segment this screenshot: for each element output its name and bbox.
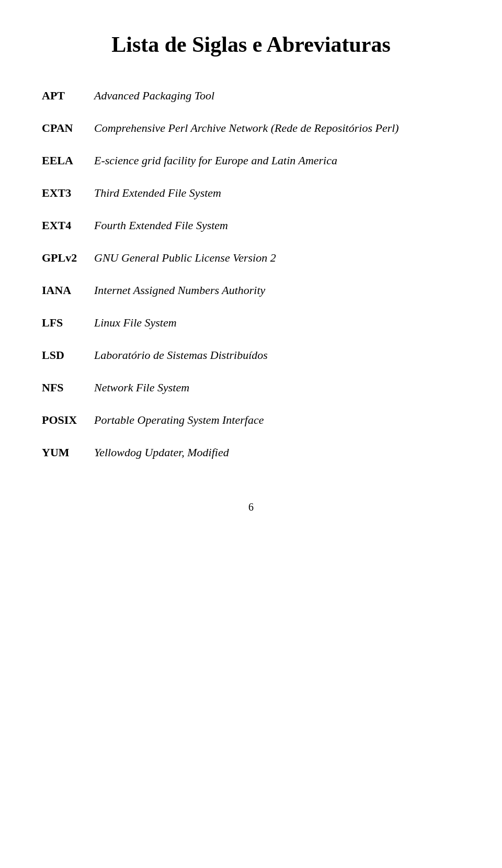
acronym-abbreviation: LFS [42,316,94,330]
list-item: GPLv2GNU General Public License Version … [42,251,460,265]
acronym-abbreviation: EXT4 [42,219,94,232]
acronym-abbreviation: POSIX [42,413,94,427]
acronym-abbreviation: LSD [42,348,94,362]
list-item: APTAdvanced Packaging Tool [42,89,460,103]
acronym-description: Portable Operating System Interface [94,413,460,427]
list-item: CPANComprehensive Perl Archive Network (… [42,121,460,135]
page-footer: 6 [42,501,460,513]
acronym-abbreviation: CPAN [42,121,94,135]
page-number: 6 [248,501,254,513]
acronym-abbreviation: IANA [42,284,94,297]
acronym-description: Advanced Packaging Tool [94,89,460,103]
acronym-description: Internet Assigned Numbers Authority [94,284,460,297]
acronym-list: APTAdvanced Packaging ToolCPANComprehens… [42,89,460,459]
page-title: Lista de Siglas e Abreviaturas [42,31,460,58]
acronym-description: Fourth Extended File System [94,219,460,232]
acronym-abbreviation: GPLv2 [42,251,94,265]
acronym-description: Network File System [94,381,460,394]
acronym-description: Yellowdog Updater, Modified [94,446,460,459]
list-item: EXT4Fourth Extended File System [42,219,460,232]
acronym-abbreviation: NFS [42,381,94,394]
acronym-description: Linux File System [94,316,460,330]
acronym-abbreviation: YUM [42,446,94,459]
list-item: EELAE-science grid facility for Europe a… [42,154,460,167]
list-item: POSIXPortable Operating System Interface [42,413,460,427]
acronym-abbreviation: EELA [42,154,94,167]
acronym-abbreviation: APT [42,89,94,103]
acronym-description: E-science grid facility for Europe and L… [94,154,460,167]
acronym-description: Laboratório de Sistemas Distribuídos [94,348,460,362]
list-item: NFSNetwork File System [42,381,460,394]
list-item: LFSLinux File System [42,316,460,330]
acronym-description: Third Extended File System [94,186,460,200]
list-item: LSDLaboratório de Sistemas Distribuídos [42,348,460,362]
list-item: YUMYellowdog Updater, Modified [42,446,460,459]
acronym-description: GNU General Public License Version 2 [94,251,460,265]
acronym-description: Comprehensive Perl Archive Network (Rede… [94,121,460,135]
list-item: IANAInternet Assigned Numbers Authority [42,284,460,297]
acronym-abbreviation: EXT3 [42,186,94,200]
list-item: EXT3Third Extended File System [42,186,460,200]
